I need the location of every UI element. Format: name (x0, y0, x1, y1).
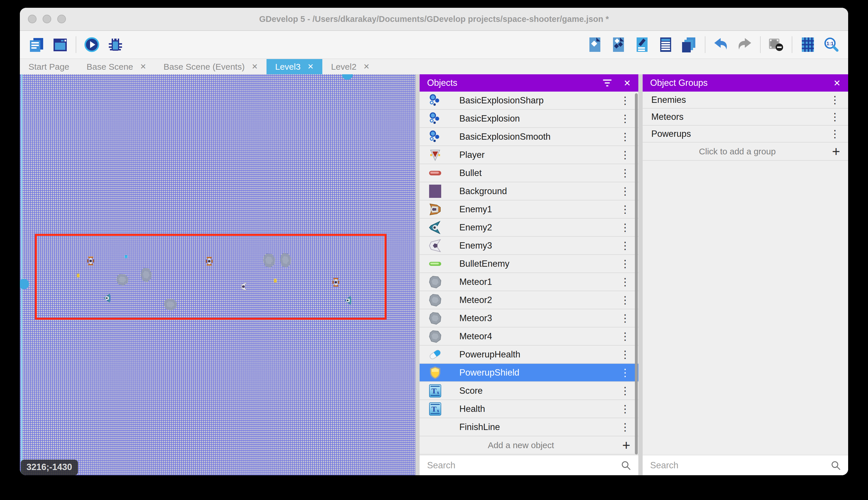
kebab-menu-icon[interactable]: ⋮ (620, 277, 630, 287)
kebab-menu-icon[interactable]: ⋮ (620, 386, 630, 396)
panel-divider[interactable] (638, 74, 643, 475)
instance-dot-yellow[interactable] (274, 279, 277, 283)
instance-meteor[interactable] (262, 252, 276, 269)
close-icon[interactable]: ✕ (833, 78, 841, 88)
object-row-basicexplosionsmooth[interactable]: BasicExplosionSmooth⋮ (420, 128, 638, 146)
play-icon[interactable] (84, 37, 100, 53)
object-row-enemy1[interactable]: Enemy1⋮ (420, 201, 638, 219)
project-manager-icon[interactable] (28, 37, 45, 53)
close-tab-icon[interactable]: ✕ (140, 62, 146, 71)
object-row-meteor2[interactable]: Meteor2⋮ (420, 291, 638, 309)
undo-icon[interactable] (713, 37, 729, 53)
kebab-menu-icon[interactable]: ⋮ (620, 422, 630, 432)
kebab-menu-icon[interactable]: ⋮ (620, 132, 630, 142)
objects-search-input[interactable] (427, 460, 621, 470)
zoom-1-1-icon[interactable]: 1:1 (823, 37, 840, 53)
kebab-menu-icon[interactable]: ⋮ (620, 186, 630, 196)
group-row-enemies[interactable]: Enemies⋮ (643, 92, 848, 109)
instance-enemy1[interactable] (87, 256, 94, 265)
objects-editor-icon[interactable] (587, 37, 603, 53)
kebab-menu-icon[interactable]: ⋮ (620, 295, 630, 305)
object-row-bullet[interactable]: Bullet⋮ (420, 164, 638, 182)
add-group-row[interactable]: Click to add a group+ (643, 143, 848, 161)
object-row-meteor3[interactable]: Meteor3⋮ (420, 309, 638, 328)
scene-canvas[interactable]: 3216;-1430 (20, 74, 415, 475)
tab-level2[interactable]: Level2✕ (322, 59, 378, 74)
object-row-background[interactable]: Background⋮ (420, 182, 638, 201)
kebab-menu-icon[interactable]: ⋮ (620, 404, 630, 414)
instance-enemy2[interactable] (343, 296, 352, 305)
close-tab-icon[interactable]: ✕ (307, 62, 314, 71)
instance-meteor[interactable] (116, 273, 129, 286)
tab-start-page[interactable]: Start Page (20, 59, 78, 74)
object-row-meteor1[interactable]: Meteor1⋮ (420, 273, 638, 291)
instance-enemy2[interactable] (103, 293, 111, 303)
instance-dot-cyan[interactable] (125, 255, 128, 258)
object-row-score[interactable]: TxScore⋮ (420, 382, 638, 400)
kebab-menu-icon[interactable]: ⋮ (620, 222, 630, 233)
object-row-poweruphealth[interactable]: PowerupHealth⋮ (420, 345, 638, 364)
close-window-icon[interactable] (28, 15, 37, 23)
instance-meteor[interactable] (163, 298, 178, 311)
close-tab-icon[interactable]: ✕ (363, 62, 370, 71)
kebab-menu-icon[interactable]: ⋮ (620, 240, 630, 251)
kebab-menu-icon[interactable]: ⋮ (620, 259, 630, 269)
instance-meteor[interactable] (280, 252, 292, 269)
close-tab-icon[interactable]: ✕ (251, 62, 258, 71)
object-row-basicexplosionsharp[interactable]: BasicExplosionSharp⋮ (420, 92, 638, 110)
group-row-meteors[interactable]: Meteors⋮ (643, 109, 848, 126)
tab-base-scene-events-[interactable]: Base Scene (Events)✕ (155, 59, 267, 74)
groups-search-input[interactable] (650, 460, 831, 470)
object-row-health[interactable]: TxHealth⋮ (420, 400, 638, 418)
grid-icon[interactable] (800, 37, 816, 53)
object-row-bulletenemy[interactable]: BulletEnemy⋮ (420, 255, 638, 273)
instance-enemy1[interactable] (332, 278, 340, 287)
scene-editor-icon[interactable] (52, 37, 68, 53)
redo-icon[interactable] (737, 37, 753, 53)
properties-icon[interactable] (634, 37, 650, 53)
kebab-menu-icon[interactable]: ⋮ (620, 204, 630, 215)
panel-divider[interactable] (415, 74, 420, 475)
kebab-menu-icon[interactable]: ⋮ (830, 129, 840, 139)
tab-base-scene[interactable]: Base Scene✕ (78, 59, 155, 74)
svg-text:T: T (431, 405, 436, 413)
tab-level3[interactable]: Level3✕ (267, 59, 322, 74)
render-mask-icon[interactable] (768, 37, 784, 53)
kebab-menu-icon[interactable]: ⋮ (830, 95, 840, 105)
kebab-menu-icon[interactable]: ⋮ (620, 150, 630, 160)
instance-meteor[interactable] (140, 267, 152, 283)
object-row-finishline[interactable]: FinishLine⋮ (420, 418, 638, 436)
objects-scrollbar[interactable] (635, 93, 638, 454)
object-row-meteor4[interactable]: Meteor4⋮ (420, 328, 638, 345)
object-row-player[interactable]: Player⋮ (420, 146, 638, 164)
scene-top-handle[interactable] (342, 74, 353, 80)
kebab-menu-icon[interactable]: ⋮ (620, 349, 630, 360)
object-groups-icon[interactable] (610, 37, 626, 53)
add-object-row[interactable]: Add a new object+ (420, 436, 638, 454)
object-row-powerupshield[interactable]: PowerupShield⋮ (420, 364, 638, 382)
minimize-window-icon[interactable] (43, 15, 51, 23)
debug-icon[interactable] (107, 37, 124, 53)
zoom-window-icon[interactable] (57, 15, 66, 23)
instance-enemy1[interactable] (206, 257, 213, 266)
kebab-menu-icon[interactable]: ⋮ (620, 95, 630, 106)
group-row-powerups[interactable]: Powerups⋮ (643, 126, 848, 143)
instances-list-icon[interactable] (658, 37, 674, 53)
object-row-enemy3[interactable]: Enemy3⋮ (420, 237, 638, 255)
kebab-menu-icon[interactable]: ⋮ (620, 331, 630, 342)
instance-dot-yellow[interactable] (77, 274, 80, 277)
kebab-menu-icon[interactable]: ⋮ (620, 113, 630, 124)
layers-icon[interactable] (681, 37, 697, 53)
kebab-menu-icon[interactable]: ⋮ (830, 112, 840, 122)
selection-rectangle[interactable] (35, 234, 387, 320)
close-icon[interactable]: ✕ (624, 78, 631, 88)
instance-enemy3[interactable] (240, 282, 248, 291)
kebab-menu-icon[interactable]: ⋮ (620, 367, 630, 378)
tab-label: Level3 (275, 62, 301, 72)
object-row-basicexplosion[interactable]: BasicExplosion⋮ (420, 110, 638, 128)
kebab-menu-icon[interactable]: ⋮ (620, 168, 630, 178)
scene-left-handle[interactable] (20, 279, 29, 289)
object-row-enemy2[interactable]: Enemy2⋮ (420, 219, 638, 237)
kebab-menu-icon[interactable]: ⋮ (620, 313, 630, 323)
filter-icon[interactable] (602, 79, 612, 87)
